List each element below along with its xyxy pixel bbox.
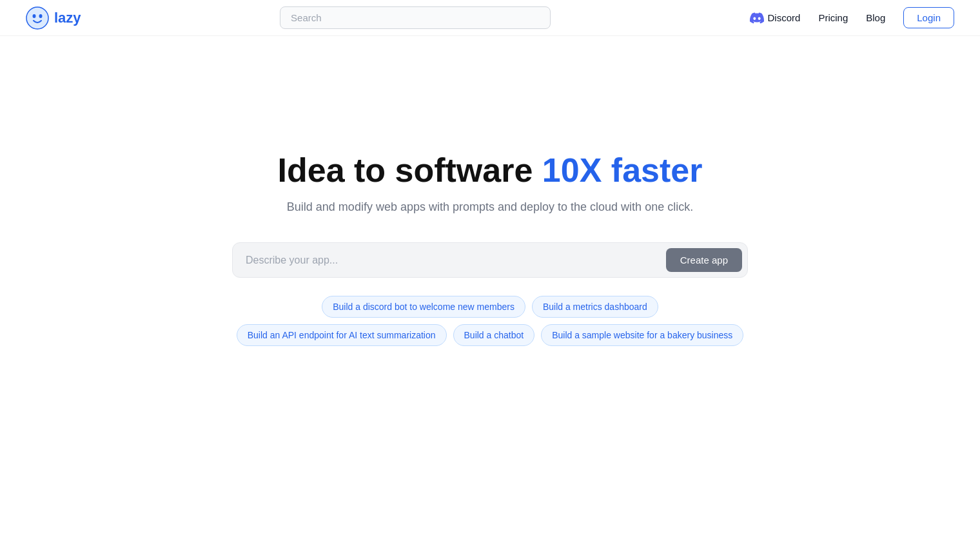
navbar: lazy Discord Pricing Blog Login [0, 0, 980, 36]
chips-row-1: Build a discord bot to welcome new membe… [322, 296, 658, 318]
search-area [280, 6, 551, 29]
svg-point-0 [26, 7, 48, 29]
chip-bakery-website[interactable]: Build a sample website for a bakery busi… [541, 324, 743, 346]
pricing-link[interactable]: Pricing [818, 12, 848, 23]
blog-link[interactable]: Blog [866, 12, 885, 23]
chip-metrics-dashboard[interactable]: Build a metrics dashboard [532, 296, 658, 318]
chip-api-endpoint[interactable]: Build an API endpoint for AI text summar… [237, 324, 447, 346]
chips-row-2: Build an API endpoint for AI text summar… [237, 324, 744, 346]
login-button[interactable]: Login [903, 7, 954, 28]
discord-link[interactable]: Discord [750, 11, 801, 25]
hero-subtitle: Build and modify web apps with prompts a… [287, 200, 693, 214]
chip-discord-bot[interactable]: Build a discord bot to welcome new membe… [322, 296, 525, 318]
prompt-container: Create app [232, 242, 748, 278]
nav-links: Discord Pricing Blog Login [750, 7, 954, 28]
logo-icon [26, 6, 49, 30]
search-input[interactable] [280, 6, 551, 29]
chip-chatbot[interactable]: Build a chatbot [453, 324, 535, 346]
hero-title: Idea to software 10X faster [278, 152, 703, 189]
create-app-button[interactable]: Create app [666, 248, 742, 272]
prompt-input[interactable] [246, 255, 666, 266]
svg-point-1 [33, 14, 36, 18]
svg-point-2 [39, 14, 43, 18]
logo-area: lazy [26, 6, 81, 30]
logo-text[interactable]: lazy [54, 10, 81, 26]
discord-icon [750, 11, 764, 25]
hero-section: Idea to software 10X faster Build and mo… [0, 36, 980, 385]
hero-title-part1: Idea to software [278, 151, 542, 189]
hero-title-highlight: 10X faster [542, 151, 703, 189]
chips-container: Build a discord bot to welcome new membe… [237, 296, 744, 346]
discord-label: Discord [768, 12, 801, 23]
